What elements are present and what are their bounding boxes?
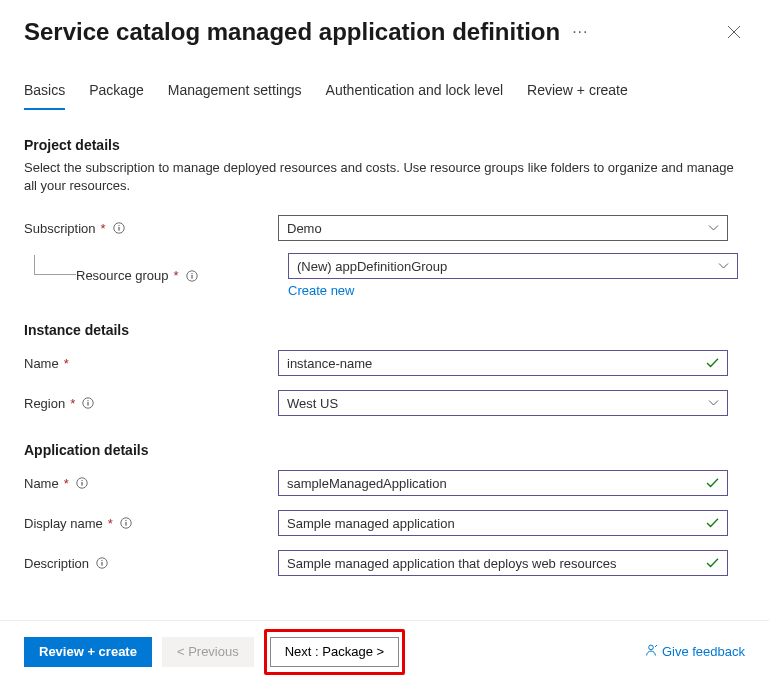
- tab-auth-lock[interactable]: Authentication and lock level: [326, 82, 503, 110]
- page-title: Service catalog managed application defi…: [24, 18, 560, 46]
- svg-point-4: [191, 273, 192, 274]
- app-name-input[interactable]: sampleManagedApplication: [278, 470, 728, 496]
- info-icon[interactable]: [76, 477, 88, 489]
- give-feedback-text: Give feedback: [662, 644, 745, 659]
- highlight-frame: Next : Package >: [264, 629, 405, 675]
- give-feedback-link[interactable]: Give feedback: [644, 643, 745, 660]
- tab-basics[interactable]: Basics: [24, 82, 65, 110]
- required-marker: *: [64, 476, 69, 491]
- chevron-down-icon: [708, 225, 719, 232]
- display-name-value: Sample managed application: [287, 516, 455, 531]
- previous-button: < Previous: [162, 637, 254, 667]
- svg-point-16: [101, 560, 102, 561]
- person-icon: [644, 643, 658, 660]
- required-marker: *: [174, 268, 179, 283]
- svg-point-10: [81, 480, 82, 481]
- region-label: Region: [24, 396, 65, 411]
- check-icon: [706, 478, 719, 489]
- close-icon[interactable]: [723, 21, 745, 43]
- hierarchy-connector: [34, 255, 76, 275]
- create-new-link[interactable]: Create new: [288, 283, 354, 298]
- chevron-down-icon: [708, 400, 719, 407]
- svg-point-18: [649, 645, 654, 650]
- instance-name-value: instance-name: [287, 356, 372, 371]
- region-value: West US: [287, 396, 338, 411]
- tab-management-settings[interactable]: Management settings: [168, 82, 302, 110]
- region-select[interactable]: West US: [278, 390, 728, 416]
- more-icon[interactable]: ···: [572, 23, 588, 41]
- display-name-input[interactable]: Sample managed application: [278, 510, 728, 536]
- required-marker: *: [101, 221, 106, 236]
- chevron-down-icon: [718, 263, 729, 270]
- next-package-button[interactable]: Next : Package >: [270, 637, 399, 667]
- section-title-project: Project details: [24, 137, 745, 153]
- instance-name-input[interactable]: instance-name: [278, 350, 728, 376]
- display-name-label: Display name: [24, 516, 103, 531]
- svg-rect-14: [125, 522, 126, 526]
- info-icon[interactable]: [113, 222, 125, 234]
- check-icon: [706, 518, 719, 529]
- info-icon[interactable]: [82, 397, 94, 409]
- required-marker: *: [70, 396, 75, 411]
- svg-point-13: [125, 520, 126, 521]
- svg-point-7: [88, 400, 89, 401]
- resource-group-value: (New) appDefinitionGroup: [297, 259, 447, 274]
- section-title-instance: Instance details: [24, 322, 745, 338]
- subscription-value: Demo: [287, 221, 322, 236]
- app-name-label: Name: [24, 476, 59, 491]
- review-create-button[interactable]: Review + create: [24, 637, 152, 667]
- required-marker: *: [64, 356, 69, 371]
- description-value: Sample managed application that deploys …: [287, 556, 617, 571]
- svg-rect-2: [118, 227, 119, 231]
- info-icon[interactable]: [186, 270, 198, 282]
- svg-rect-8: [88, 402, 89, 406]
- footer-bar: Review + create < Previous Next : Packag…: [0, 620, 769, 682]
- required-marker: *: [108, 516, 113, 531]
- check-icon: [706, 558, 719, 569]
- app-name-value: sampleManagedApplication: [287, 476, 447, 491]
- subscription-label: Subscription: [24, 221, 96, 236]
- svg-rect-5: [191, 275, 192, 279]
- tab-review-create[interactable]: Review + create: [527, 82, 628, 110]
- check-icon: [706, 358, 719, 369]
- section-title-application: Application details: [24, 442, 745, 458]
- info-icon[interactable]: [120, 517, 132, 529]
- tab-package[interactable]: Package: [89, 82, 143, 110]
- svg-point-1: [118, 225, 119, 226]
- description-label: Description: [24, 556, 89, 571]
- resource-group-select[interactable]: (New) appDefinitionGroup: [288, 253, 738, 279]
- tab-bar: Basics Package Management settings Authe…: [0, 54, 769, 111]
- resource-group-label: Resource group: [76, 268, 169, 283]
- section-desc-project: Select the subscription to manage deploy…: [24, 159, 745, 195]
- description-input[interactable]: Sample managed application that deploys …: [278, 550, 728, 576]
- svg-rect-11: [81, 482, 82, 486]
- svg-rect-17: [101, 562, 102, 566]
- info-icon[interactable]: [96, 557, 108, 569]
- subscription-select[interactable]: Demo: [278, 215, 728, 241]
- instance-name-label: Name: [24, 356, 59, 371]
